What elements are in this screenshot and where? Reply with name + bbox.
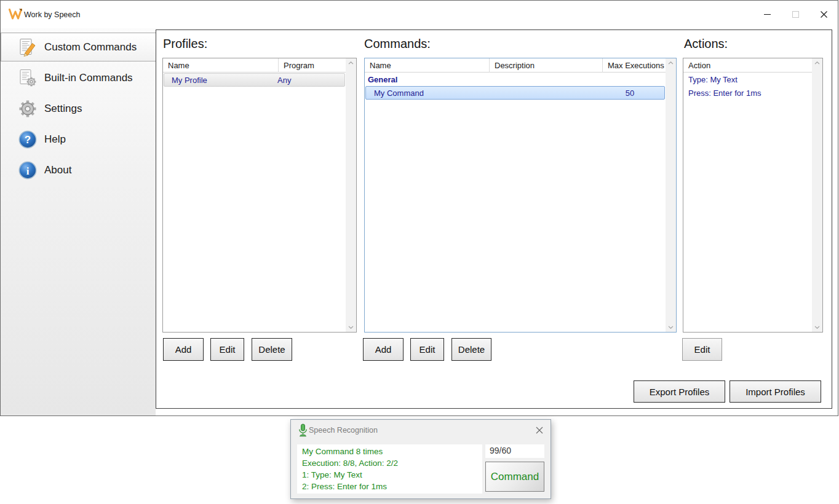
command-max-executions: 50 (595, 89, 664, 98)
action-row[interactable]: Type: My Text (683, 73, 812, 86)
main-panel: Profiles: Commands: Actions: Name Progra… (156, 30, 832, 409)
commands-add-button[interactable]: Add (363, 338, 404, 361)
commands-delete-button[interactable]: Delete (451, 338, 491, 361)
minimize-icon (764, 14, 771, 15)
chevron-up-icon (668, 61, 674, 65)
column-header-action[interactable]: Action (683, 58, 812, 73)
maximize-icon (792, 11, 799, 18)
action-row[interactable]: Press: Enter for 1ms (683, 86, 812, 100)
chevron-down-icon (348, 326, 354, 329)
recognition-output: My Command 8 times Execution: 8/8, Actio… (297, 444, 482, 494)
commands-list: Name Description Max Executions General … (364, 58, 677, 333)
recognition-line: My Command 8 times (302, 446, 477, 457)
column-header-max-executions[interactable]: Max Executions (603, 58, 666, 73)
actions-header-row: Action (683, 58, 812, 73)
sidebar-item-label: Custom Commands (44, 41, 137, 53)
profiles-list: Name Program My Profile Any (162, 58, 357, 333)
profile-name: My Profile (164, 76, 272, 85)
help-icon: ? (18, 130, 38, 149)
sidebar-item-label: Settings (44, 103, 82, 115)
close-icon (820, 10, 828, 18)
sidebar-item-label: Built-in Commands (44, 72, 133, 84)
actions-list-body: Action Type: My Text Press: Enter for 1m… (683, 58, 812, 100)
column-header-name[interactable]: Name (163, 58, 279, 73)
chevron-down-icon (668, 326, 674, 329)
action-text: Type: My Text (688, 75, 738, 84)
column-header-program[interactable]: Program (279, 58, 346, 73)
chevron-down-icon (814, 326, 820, 329)
recognition-line: 1: Type: My Text (302, 469, 477, 481)
column-header-description[interactable]: Description (490, 58, 603, 73)
speech-close-button[interactable] (535, 425, 544, 435)
sidebar-item-custom-commands[interactable]: Custom Commands (1, 33, 156, 61)
actions-heading: Actions: (684, 37, 728, 51)
close-button[interactable] (809, 1, 838, 28)
commands-header-row: Name Description Max Executions (365, 58, 666, 73)
document-gear-icon (18, 68, 38, 88)
profiles-heading: Profiles: (163, 37, 207, 51)
sidebar-item-label: About (44, 164, 71, 176)
title-bar: Work by Speech (1, 1, 838, 28)
actions-edit-button[interactable]: Edit (682, 338, 722, 361)
app-window: Work by Speech (0, 0, 838, 416)
svg-text:?: ? (25, 134, 31, 146)
command-name: My Command (366, 89, 482, 98)
close-icon (536, 427, 543, 434)
profiles-delete-button[interactable]: Delete (252, 338, 292, 361)
profiles-edit-button[interactable]: Edit (210, 338, 244, 361)
microphone-icon (298, 423, 308, 439)
document-pencil-icon (18, 37, 38, 57)
profiles-header-row: Name Program (163, 58, 346, 73)
commands-edit-button[interactable]: Edit (410, 338, 444, 361)
column-header-name[interactable]: Name (365, 58, 490, 73)
info-icon: i (18, 160, 38, 180)
profiles-add-button[interactable]: Add (163, 338, 204, 361)
chevron-up-icon (814, 61, 820, 65)
sidebar-item-label: Help (44, 133, 66, 146)
recognition-line: 2: Press: Enter for 1ms (302, 481, 477, 492)
commands-scrollbar[interactable] (666, 58, 676, 332)
actions-list: Action Type: My Text Press: Enter for 1m… (683, 58, 823, 333)
import-profiles-button[interactable]: Import Profiles (730, 380, 821, 403)
maximize-button[interactable] (781, 1, 809, 28)
sidebar-item-built-in-commands[interactable]: Built-in Commands (1, 63, 156, 92)
export-profiles-button[interactable]: Export Profiles (634, 380, 725, 403)
app-logo-icon (9, 9, 22, 22)
recognition-counter: 99/60 (485, 444, 544, 458)
speech-recognition-window: Speech Recognition My Command 8 times Ex… (290, 419, 551, 499)
profiles-scrollbar[interactable] (346, 58, 356, 332)
chevron-up-icon (348, 61, 354, 65)
recognition-line: Execution: 8/8, Action: 2/2 (302, 457, 477, 469)
window-title: Work by Speech (24, 10, 80, 19)
commands-list-body: Name Description Max Executions General … (365, 58, 666, 100)
profile-row[interactable]: My Profile Any (164, 73, 345, 87)
command-mode-button[interactable]: Command (485, 462, 544, 492)
action-text: Press: Enter for 1ms (688, 89, 761, 98)
profile-program: Any (272, 76, 291, 85)
sidebar: Custom Commands Built-in Comm (1, 28, 156, 415)
gear-icon (18, 99, 38, 119)
svg-text:i: i (26, 165, 30, 177)
sidebar-item-settings[interactable]: Settings (1, 94, 156, 123)
profiles-list-body: Name Program My Profile Any (163, 58, 346, 87)
command-group-header: General (365, 73, 666, 86)
speech-window-title: Speech Recognition (309, 426, 378, 435)
sidebar-item-help[interactable]: ? Help (1, 125, 156, 154)
sidebar-item-about[interactable]: i About (1, 156, 156, 184)
window-controls (753, 1, 838, 28)
minimize-button[interactable] (753, 1, 781, 28)
actions-scrollbar[interactable] (812, 58, 822, 332)
screen: Work by Speech (0, 0, 839, 504)
commands-heading: Commands: (364, 37, 431, 51)
command-row[interactable]: My Command 50 (365, 86, 665, 100)
